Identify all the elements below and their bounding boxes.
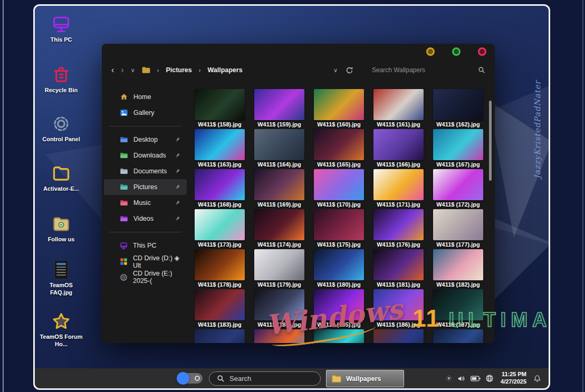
brightness-icon[interactable] [446,375,452,381]
file-item[interactable]: W411$ (169).jpg [250,169,309,209]
scrollbar-thumb[interactable] [489,101,492,181]
file-thumbnail[interactable] [254,89,304,120]
watermark-number: 11 [413,304,440,332]
file-thumbnail[interactable] [373,249,424,280]
breadcrumb-wallpapers[interactable]: Wallpapers [207,66,242,74]
file-item[interactable]: W411$ (182).jpg [428,249,488,289]
file-thumbnail[interactable] [195,169,245,200]
file-thumbnail[interactable] [195,89,245,120]
file-thumbnail[interactable] [433,89,483,120]
file-item[interactable]: W411$ (159).jpg [250,89,309,129]
file-thumbnail[interactable] [195,249,245,280]
sidebar-item-desktop[interactable]: Desktop [104,132,187,148]
file-thumbnail[interactable] [373,209,424,240]
search-icon[interactable] [478,66,485,74]
file-thumbnail[interactable] [314,209,364,240]
pin-icon [174,152,180,159]
file-thumbnail[interactable] [433,209,483,240]
file-item[interactable]: W411$ (164).jpg [250,129,309,169]
file-item[interactable]: W411$ (183).jpg [190,289,250,329]
desktop-icon-recycle-bin[interactable]: Recycle Bin [38,65,84,94]
desktop-icon-teamos-faq[interactable]: TeamOS FAQ.jpg [38,260,84,297]
file-item[interactable]: W411$ (162).jpg [428,89,488,129]
file-item[interactable]: W411$ (178).jpg [190,249,250,289]
sidebar-item-pictures[interactable]: Pictures [104,179,187,195]
maximize-button[interactable] [452,47,461,56]
desktop-icon-follow-us[interactable]: Follow us [38,214,84,243]
file-thumbnail[interactable] [314,169,364,200]
file-thumbnail[interactable] [195,329,245,343]
file-item[interactable]: W411$ (170).jpg [309,169,369,209]
file-name: W411$ (182).jpg [436,281,480,288]
file-item[interactable]: W411$ (173).jpg [190,209,250,249]
taskbar-search-box[interactable]: Search [209,371,321,386]
desktop-icon-this-pc[interactable]: This PC [38,14,84,44]
file-item[interactable]: W411$ (163).jpg [190,129,250,169]
file-item[interactable]: W411$ (166).jpg [369,129,428,169]
file-item[interactable]: W411$ (158).jpg [190,89,250,129]
file-thumbnail[interactable] [373,169,424,200]
network-globe-icon[interactable] [485,374,494,383]
refresh-icon[interactable] [346,66,353,74]
address-dropdown-chevron-icon[interactable]: ∨ [333,67,338,73]
file-name: W411$ (175).jpg [317,241,361,248]
explorer-search-input[interactable]: Search Wallpapers [372,66,451,74]
theme-toggle[interactable] [178,373,203,384]
sidebar-item-gallery[interactable]: Gallery [104,105,187,121]
file-thumbnail[interactable] [314,129,364,160]
file-thumbnail[interactable] [373,89,424,120]
desktop-icon-activator[interactable]: Activator-E... [38,163,84,193]
file-item-partial[interactable] [190,329,250,343]
file-thumbnail[interactable] [433,249,483,280]
file-thumbnail[interactable] [254,169,304,200]
file-item[interactable]: W411$ (177).jpg [428,209,488,249]
file-item[interactable]: W411$ (174).jpg [250,209,309,249]
file-thumbnail[interactable] [433,129,483,160]
file-thumbnail[interactable] [314,89,364,120]
file-thumbnail[interactable] [254,249,304,280]
breadcrumb-pictures[interactable]: Pictures [166,66,191,74]
sidebar-item-downloads[interactable]: Downloads [104,148,187,163]
minimize-button[interactable] [426,47,435,56]
file-item[interactable]: W411$ (176).jpg [369,209,428,249]
sidebar-item-this-pc[interactable]: This PC [104,238,187,253]
file-thumbnail[interactable] [373,129,424,160]
tray-clock[interactable]: 11:25 PM 4/27/2025 [501,371,526,386]
file-item[interactable]: W411$ (172).jpg [428,169,488,209]
file-thumbnail[interactable] [254,209,304,240]
file-item[interactable]: W411$ (181).jpg [369,249,428,289]
file-item[interactable]: W411$ (167).jpg [428,129,488,169]
recent-locations-chevron-icon[interactable]: ∨ [131,67,135,73]
file-item[interactable]: W411$ (165).jpg [309,129,369,169]
file-item[interactable]: W411$ (161).jpg [369,89,428,129]
close-button[interactable] [478,47,486,56]
file-item[interactable]: W411$ (180).jpg [309,249,369,289]
sidebar-item-music[interactable]: Music [104,195,187,211]
file-thumbnail[interactable] [314,249,364,280]
titlebar[interactable] [102,44,495,60]
sidebar-item-videos[interactable]: Videos [104,211,187,227]
desktop-icon-teamos-forum[interactable]: TeamOS Forum Ho... [38,311,84,348]
back-button[interactable]: ‹ [111,66,114,74]
file-thumbnail[interactable] [254,129,304,160]
forward-button[interactable]: › [121,66,123,74]
file-thumbnail[interactable] [433,169,483,200]
file-thumbnail[interactable] [195,289,245,320]
sidebar-item-documents[interactable]: Documents [104,163,187,179]
volume-icon[interactable] [457,375,466,383]
file-item[interactable]: W411$ (179).jpg [250,249,309,289]
taskbar-wallpapers-button[interactable]: Wallpapers [326,370,404,387]
sidebar-item-home[interactable]: Home [104,89,187,105]
notifications-bell-icon[interactable] [533,374,541,383]
battery-icon[interactable] [471,375,481,382]
desktop-icon-control-panel[interactable]: Control Panel [38,114,84,143]
file-item[interactable]: W411$ (160).jpg [309,89,369,129]
file-item[interactable]: W411$ (171).jpg [369,169,428,209]
file-item[interactable]: W411$ (168).jpg [190,169,250,209]
file-item[interactable]: W411$ (175).jpg [309,209,369,249]
sidebar-item-cd-drive-d-ult[interactable]: CD Drive (D:) ◈ Ult [104,253,187,269]
file-thumbnail[interactable] [195,209,245,240]
sidebar-item-label: Videos [133,215,154,222]
sidebar-item-cd-drive-e-2025[interactable]: CD Drive (E:) 2025-( [104,269,187,285]
file-thumbnail[interactable] [195,129,245,160]
